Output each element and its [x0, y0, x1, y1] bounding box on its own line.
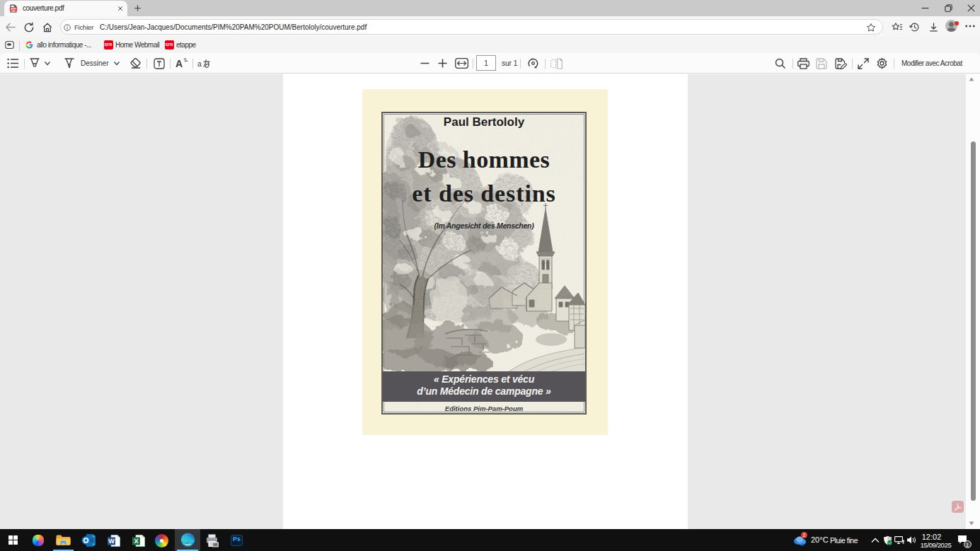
svg-text:A: A [175, 58, 183, 69]
svg-text:a: a [197, 59, 202, 68]
svg-text:PDF: PDF [11, 8, 16, 11]
svg-text:W: W [108, 538, 115, 545]
svg-text:X: X [134, 538, 138, 545]
